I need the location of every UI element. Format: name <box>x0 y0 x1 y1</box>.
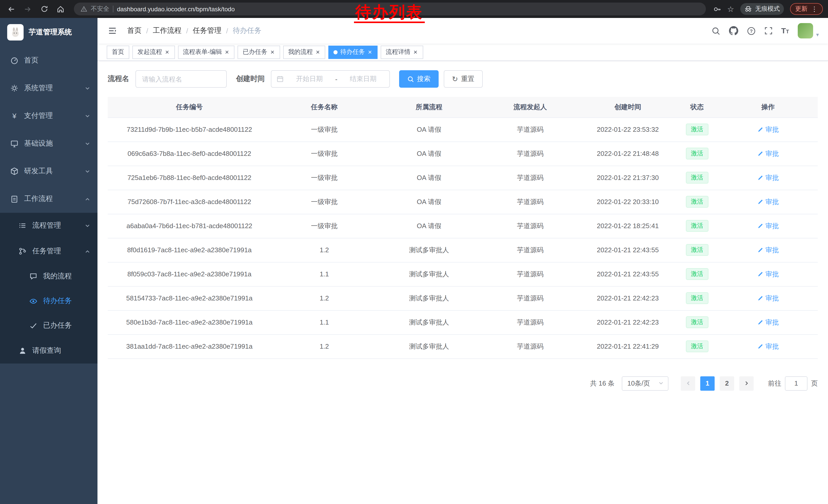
pagination: 共 16 条 10条/页 1 2 前往 <box>108 376 818 391</box>
table-row: 725a1eb6-7b88-11ec-8ef0-acde48001122 一级审… <box>108 166 818 190</box>
date-range-picker[interactable]: 开始日期 - 结束日期 <box>271 70 390 88</box>
prev-page-button[interactable] <box>681 376 695 391</box>
tab-todo-task[interactable]: 待办任务× <box>329 45 378 59</box>
goto-page: 前往 页 <box>768 376 818 391</box>
tab-my-process[interactable]: 我的流程× <box>283 45 326 59</box>
initiator-cell: 芋道源码 <box>481 238 580 262</box>
edit-pencil-icon <box>757 271 763 277</box>
sidebar-item-process-management[interactable]: 流程管理 <box>0 213 97 238</box>
task-name-cell: 1.1 <box>271 310 378 334</box>
browser-menu-icon[interactable]: ⋮ <box>811 5 818 13</box>
page-button-2[interactable]: 2 <box>720 376 734 391</box>
close-icon[interactable]: × <box>224 49 229 55</box>
sidebar-item-infrastructure[interactable]: 基础设施 <box>0 130 97 157</box>
app-logo[interactable]: 芋道管理系统 <box>0 18 97 47</box>
approve-link[interactable]: 审批 <box>757 293 779 303</box>
approve-link[interactable]: 审批 <box>757 318 779 327</box>
created-cell: 2022-01-22 21:37:30 <box>580 166 676 190</box>
sidebar-item-devtools[interactable]: 研发工具 <box>0 157 97 185</box>
password-key-icon[interactable] <box>713 5 721 13</box>
browser-reload-button[interactable] <box>38 3 50 15</box>
tab-done-task[interactable]: 已办任务× <box>238 45 280 59</box>
breadcrumb-item-task-management[interactable]: 任务管理 <box>193 26 222 35</box>
search-icon[interactable] <box>711 27 720 35</box>
browser-update-button[interactable]: 更新 ⋮ <box>790 3 823 15</box>
tab-start-process[interactable]: 发起流程× <box>132 45 175 59</box>
browser-back-button[interactable] <box>5 3 17 15</box>
tab-process-detail[interactable]: 流程详情× <box>381 45 423 59</box>
approve-link[interactable]: 审批 <box>757 149 779 158</box>
approve-link[interactable]: 审批 <box>757 245 779 255</box>
sidebar-item-payment[interactable]: ¥ 支付管理 <box>0 102 97 130</box>
browser-forward-button[interactable] <box>22 3 34 15</box>
breadcrumb: 首页 / 工作流程 / 任务管理 / 待办任务 <box>127 26 261 35</box>
approve-link[interactable]: 审批 <box>757 342 779 351</box>
github-icon[interactable] <box>729 26 738 35</box>
sidebar-item-label: 基础设施 <box>24 139 53 148</box>
close-icon[interactable]: × <box>368 49 372 55</box>
action-cell: 审批 <box>718 262 818 286</box>
sidebar-item-home[interactable]: 首页 <box>0 47 97 74</box>
close-icon[interactable]: × <box>316 49 320 55</box>
goto-page-input[interactable] <box>785 376 808 391</box>
tab-home[interactable]: 首页 <box>107 45 129 59</box>
sidebar-toggle-button[interactable] <box>106 26 119 35</box>
table-row: 580e1b3d-7ac8-11ec-a9e2-a2380e71991a 1.1… <box>108 310 818 334</box>
sidebar-item-my-process[interactable]: 我的流程 <box>0 264 97 289</box>
approve-link[interactable]: 审批 <box>757 125 779 134</box>
status-cell: 激活 <box>676 141 718 166</box>
next-page-button[interactable] <box>739 376 754 391</box>
task-name-cell: 1.1 <box>271 262 378 286</box>
sidebar-item-leave-query[interactable]: 请假查询 <box>0 338 97 364</box>
reset-button-label: 重置 <box>461 74 474 84</box>
close-icon[interactable]: × <box>413 49 418 55</box>
sidebar-item-todo-task[interactable]: 待办任务 <box>0 289 97 313</box>
tab-process-form-edit[interactable]: 流程表单-编辑× <box>178 45 235 59</box>
initiator-cell: 芋道源码 <box>481 166 580 190</box>
sidebar-item-done-task[interactable]: 已办任务 <box>0 313 97 338</box>
bookmark-star-icon[interactable]: ☆ <box>727 5 734 13</box>
close-icon[interactable]: × <box>270 49 275 55</box>
close-icon[interactable]: × <box>165 49 170 55</box>
process-cell: 测试多审批人 <box>378 262 481 286</box>
approve-link[interactable]: 审批 <box>757 221 779 230</box>
process-name-input[interactable] <box>135 70 227 88</box>
app-navbar: 首页 / 工作流程 / 任务管理 / 待办任务 ? TT ▼ <box>97 18 828 44</box>
font-size-icon[interactable]: TT <box>781 27 789 35</box>
approve-link[interactable]: 审批 <box>757 197 779 207</box>
breadcrumb-item-workflow[interactable]: 工作流程 <box>153 26 181 35</box>
search-button[interactable]: 搜索 <box>399 70 439 88</box>
sidebar-item-label: 研发工具 <box>24 167 53 176</box>
task-id-cell: 75d72608-7b7f-11ec-a3c8-acde48001122 <box>108 190 271 214</box>
browser-home-button[interactable] <box>54 3 67 15</box>
status-badge: 激活 <box>686 268 708 280</box>
branch-icon <box>18 247 27 255</box>
reset-button[interactable]: ↻ 重置 <box>444 70 483 88</box>
status-badge: 激活 <box>686 316 708 328</box>
main-area: 首页 / 工作流程 / 任务管理 / 待办任务 ? TT ▼ <box>97 18 828 504</box>
approve-link[interactable]: 审批 <box>757 269 779 279</box>
breadcrumb-separator: / <box>186 27 188 35</box>
incognito-icon <box>744 5 752 13</box>
action-cell: 审批 <box>718 214 818 238</box>
sidebar-item-system[interactable]: 系统管理 <box>0 74 97 102</box>
table-header: 任务编号 任务名称 所属流程 流程发起人 创建时间 状态 操作 <box>108 97 818 118</box>
col-task-id: 任务编号 <box>108 97 271 118</box>
page-size-select[interactable]: 10条/页 <box>622 376 668 391</box>
cube-icon <box>10 167 18 175</box>
sidebar-item-workflow[interactable]: 工作流程 <box>0 185 97 213</box>
page-button-1[interactable]: 1 <box>700 376 715 391</box>
breadcrumb-item-home[interactable]: 首页 <box>127 26 141 35</box>
task-name-cell: 1.2 <box>271 238 378 262</box>
date-range-separator: - <box>335 75 338 83</box>
sidebar-item-task-management[interactable]: 任务管理 <box>0 238 97 264</box>
sidebar-item-label: 系统管理 <box>24 84 53 93</box>
security-label: 不安全 <box>91 5 109 13</box>
fullscreen-icon[interactable] <box>764 27 773 35</box>
approve-link[interactable]: 审批 <box>757 173 779 182</box>
gear-icon <box>10 84 18 92</box>
user-menu[interactable]: ▼ <box>798 23 820 39</box>
breadcrumb-separator: / <box>146 27 148 35</box>
initiator-cell: 芋道源码 <box>481 118 580 141</box>
help-icon[interactable]: ? <box>747 27 756 35</box>
